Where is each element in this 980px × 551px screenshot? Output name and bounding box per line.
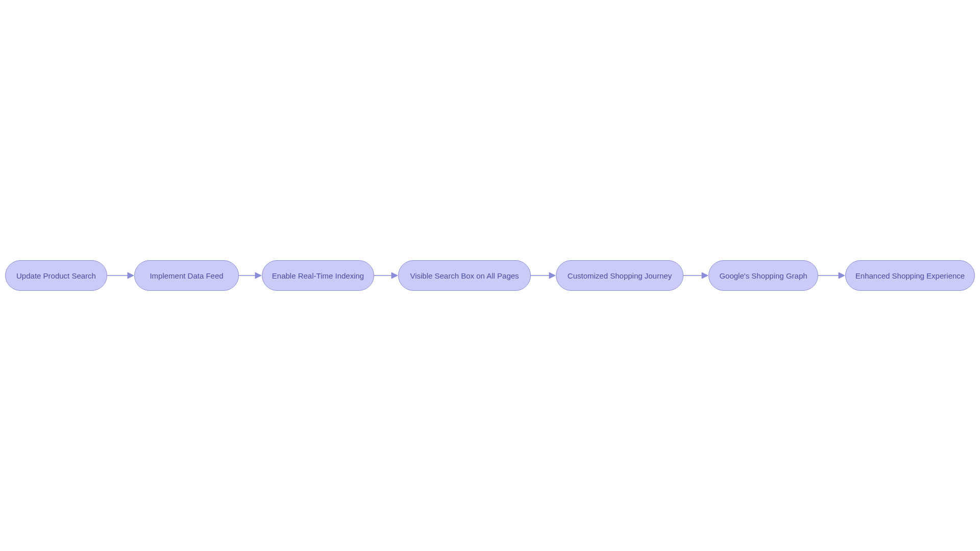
edge-arrow-4	[702, 272, 708, 279]
flow-node-label: Update Product Search	[16, 271, 96, 280]
flow-node-label: Visible Search Box on All Pages	[410, 271, 519, 280]
flow-node-label: Customized Shopping Journey	[568, 271, 672, 280]
edge-arrow-2	[391, 272, 398, 279]
flow-node-n0[interactable]: Update Product Search	[5, 260, 107, 291]
flow-node-label: Enhanced Shopping Experience	[855, 271, 965, 280]
flow-node-n4[interactable]: Customized Shopping Journey	[556, 260, 683, 291]
flow-node-label: Google's Shopping Graph	[719, 271, 807, 280]
flow-node-n5[interactable]: Google's Shopping Graph	[708, 260, 818, 291]
edge-arrow-3	[549, 272, 555, 279]
edge-arrow-1	[255, 272, 261, 279]
flow-node-n2[interactable]: Enable Real-Time Indexing	[262, 260, 374, 291]
diagram-canvas: Update Product SearchImplement Data Feed…	[0, 0, 980, 551]
flow-node-label: Enable Real-Time Indexing	[272, 271, 364, 280]
flow-node-n6[interactable]: Enhanced Shopping Experience	[845, 260, 975, 291]
edge-arrow-5	[839, 272, 845, 279]
flow-node-label: Implement Data Feed	[150, 271, 223, 280]
edge-arrow-0	[128, 272, 134, 279]
flow-node-n3[interactable]: Visible Search Box on All Pages	[398, 260, 531, 291]
flow-node-n1[interactable]: Implement Data Feed	[134, 260, 239, 291]
